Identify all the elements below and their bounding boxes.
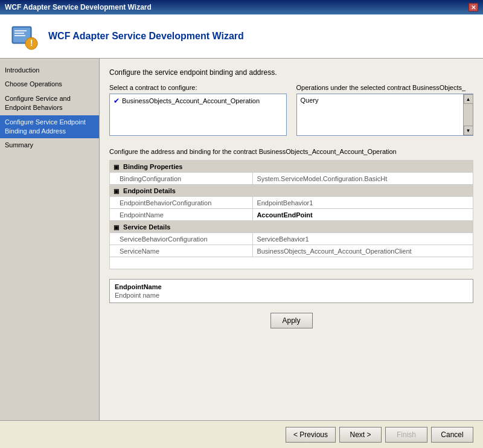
table-row[interactable]: EndpointBehaviorConfiguration EndpointBe… [110,197,473,209]
svg-rect-3 [14,33,24,34]
table-row[interactable]: ServiceBehaviorConfiguration ServiceBeha… [110,233,473,245]
wizard-sidebar: IntroductionChoose OperationsConfigure S… [0,59,100,420]
apply-button[interactable]: Apply [270,313,313,328]
scrollbar-track [464,104,473,126]
sidebar-item-configure-service-endpoint-behaviors[interactable]: Configure Service and Endpoint Behaviors [0,92,99,115]
sidebar-item-choose-operations[interactable]: Choose Operations [0,77,99,91]
apply-button-row: Apply [109,313,473,328]
prop-name: ServiceBehaviorConfiguration [110,233,253,245]
prop-value: ServiceBehavior1 [253,233,473,245]
table-row[interactable]: ServiceName BusinessObjects_Account_Acco… [110,245,473,257]
wizard-container: ! WCF Adapter Service Development Wizard… [0,14,483,448]
content-top-label: Configure the service endpoint binding a… [109,68,473,77]
table-row[interactable]: EndpointName AccountEndPoint [110,209,473,221]
operations-listbox-wrapper: Query ▲ ▼ [296,94,474,136]
wizard-title: WCF Adapter Service Development Wizard [48,31,244,42]
next-button[interactable]: Next > [339,427,382,443]
svg-rect-4 [14,35,25,36]
wizard-header: ! WCF Adapter Service Development Wizard [0,14,483,59]
prop-name: EndpointName [110,209,253,221]
prop-value: System.ServiceModel.Configuration.BasicH… [253,173,473,185]
sidebar-item-configure-service-endpoint-binding[interactable]: Configure Service Endpoint Binding and A… [0,115,99,139]
prop-name: EndpointBehaviorConfiguration [110,197,253,209]
info-box: EndpointName Endpoint name [109,279,473,303]
contract-item-label: BusinessObjects_Account_Account_Operatio… [122,97,260,104]
service-details-header: ▣ Service Details [110,221,473,233]
list-item[interactable]: ✔ BusinessObjects_Account_Account_Operat… [111,95,285,106]
expand-icon: ▣ [114,188,119,194]
contract-left-label: Select a contract to configure: [109,84,287,91]
sidebar-item-introduction[interactable]: Introduction [0,63,99,77]
scroll-up-button[interactable]: ▲ [464,94,473,104]
operations-listbox[interactable]: Query [297,94,464,135]
scroll-down-button[interactable]: ▼ [464,126,473,135]
info-box-title: EndpointName [115,283,468,290]
info-box-text: Endpoint name [115,292,468,299]
cancel-button[interactable]: Cancel [431,427,473,443]
binding-properties-header: ▣ Binding Properties [110,161,473,173]
contract-listbox[interactable]: ✔ BusinessObjects_Account_Account_Operat… [109,94,287,136]
endpoint-details-header: ▣ Endpoint Details [110,185,473,197]
expand-icon: ▣ [114,164,119,170]
finish-button[interactable]: Finish [385,427,427,443]
prop-name: ServiceName [110,245,253,257]
title-bar-text: WCF Adapter Service Development Wizard [5,3,152,11]
table-row-empty [110,257,473,269]
endpoint-details-label: Endpoint Details [123,187,176,194]
service-details-label: Service Details [123,223,170,231]
title-bar: WCF Adapter Service Development Wizard ✕ [0,0,483,14]
prop-value: EndpointBehavior1 [253,197,473,209]
contract-right: Operations under the selected contract B… [296,84,474,136]
wizard-body: IntroductionChoose OperationsConfigure S… [0,59,483,420]
wizard-icon: ! [10,22,39,51]
wizard-content: Configure the service endpoint binding a… [100,59,483,420]
operations-label: Operations under the selected contract B… [296,84,474,91]
contract-section: Select a contract to configure: ✔ Busine… [109,84,473,136]
configure-address-label: Configure the address and binding for th… [109,148,473,155]
close-button[interactable]: ✕ [469,3,478,11]
binding-properties-label: Binding Properties [123,163,182,170]
checkmark-icon: ✔ [114,97,120,105]
expand-icon: ▣ [114,224,119,231]
svg-rect-2 [14,30,27,31]
contract-left: Select a contract to configure: ✔ Busine… [109,84,287,136]
list-item: Query [298,95,462,105]
previous-button[interactable]: < Previous [286,427,336,443]
wizard-footer: < Previous Next > Finish Cancel [0,420,483,448]
prop-value: BusinessObjects_Account_Account_Operatio… [253,245,473,257]
properties-table: ▣ Binding Properties BindingConfiguratio… [109,160,473,269]
prop-value: AccountEndPoint [253,209,473,221]
table-row[interactable]: BindingConfiguration System.ServiceModel… [110,173,473,185]
operations-scrollbar: ▲ ▼ [463,94,473,135]
svg-text:!: ! [30,38,33,48]
sidebar-item-summary[interactable]: Summary [0,138,99,152]
prop-name: BindingConfiguration [110,173,253,185]
